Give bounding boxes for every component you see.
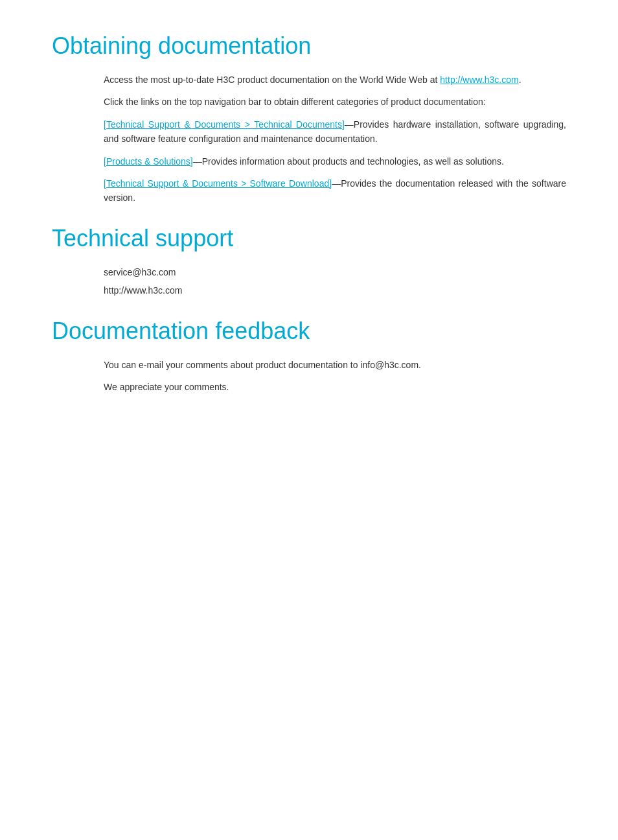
obtaining-doc-item3: [Technical Support & Documents > Softwar…	[104, 176, 566, 205]
obtaining-doc-item1: [Technical Support & Documents > Technic…	[104, 117, 566, 146]
support-email: service@h3c.com	[104, 265, 566, 279]
doc-feedback-paragraph2: We appreciate your comments.	[104, 380, 566, 394]
technical-support-section: Technical support service@h3c.com http:/…	[52, 225, 566, 298]
doc-feedback-section: Documentation feedback You can e-mail yo…	[52, 318, 566, 395]
obtaining-doc-title: Obtaining documentation	[52, 32, 566, 60]
tech-support-docs-link[interactable]: [Technical Support & Documents > Technic…	[104, 119, 345, 130]
obtaining-doc-paragraph1: Access the most up-to-date H3C product d…	[104, 73, 566, 87]
doc-feedback-content: You can e-mail your comments about produ…	[104, 358, 566, 395]
products-solutions-link[interactable]: [Products & Solutions]	[104, 156, 193, 167]
technical-support-content: service@h3c.com http://www.h3c.com	[104, 265, 566, 298]
technical-support-title: Technical support	[52, 225, 566, 252]
obtaining-doc-paragraph2: Click the links on the top navigation ba…	[104, 95, 566, 109]
support-website: http://www.h3c.com	[104, 283, 566, 298]
obtaining-doc-content: Access the most up-to-date H3C product d…	[104, 73, 566, 205]
obtaining-doc-item2-text: —Provides information about products and…	[193, 156, 504, 167]
obtaining-doc-section: Obtaining documentation Access the most …	[52, 32, 566, 205]
h3c-website-link[interactable]: http://www.h3c.com	[440, 75, 518, 85]
software-download-link[interactable]: [Technical Support & Documents > Softwar…	[104, 178, 332, 189]
obtaining-doc-item2: [Products & Solutions]—Provides informat…	[104, 154, 566, 169]
doc-feedback-title: Documentation feedback	[52, 318, 566, 345]
doc-feedback-paragraph1: You can e-mail your comments about produ…	[104, 358, 566, 372]
obtaining-doc-text1: Access the most up-to-date H3C product d…	[104, 75, 440, 85]
obtaining-doc-text1-end: .	[519, 75, 521, 85]
